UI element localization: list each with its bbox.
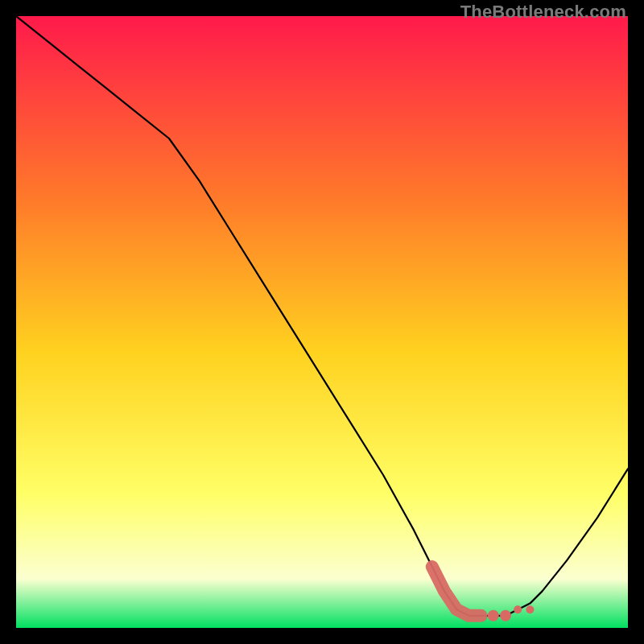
highlight-dot xyxy=(514,605,522,613)
highlight-dot xyxy=(526,605,534,613)
highlight-dot xyxy=(488,610,499,621)
highlight-dot xyxy=(500,610,511,621)
plot-frame xyxy=(16,16,628,628)
bottleneck-chart xyxy=(16,16,628,628)
watermark-text: TheBottleneck.com xyxy=(460,2,626,23)
gradient-background xyxy=(16,16,628,628)
